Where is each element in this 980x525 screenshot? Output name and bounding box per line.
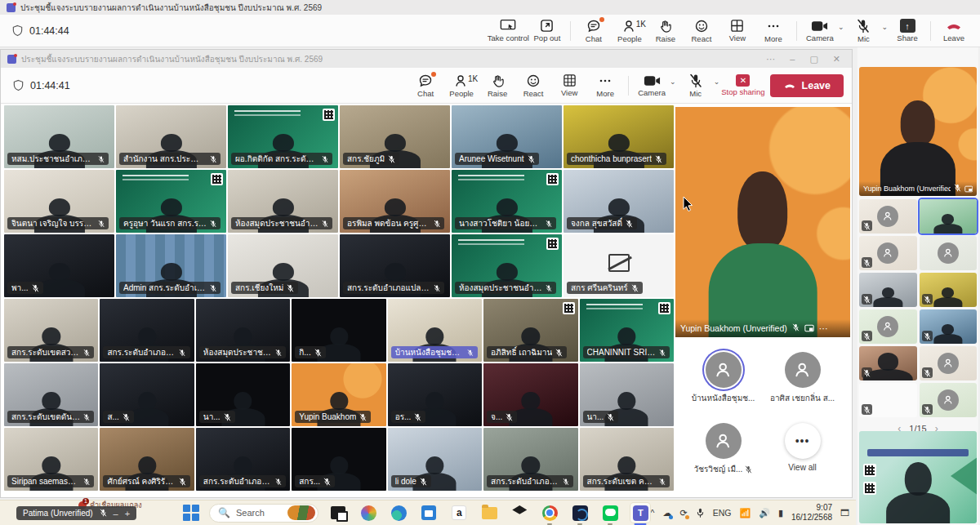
inner-titlebar[interactable]: ประชุมชี้แจงระบบรายงานผลการดำเนินงานบ้าน…: [1, 50, 852, 68]
sidebar-video-tile[interactable]: [920, 383, 978, 417]
edge-app-icon[interactable]: [389, 503, 408, 523]
task-view-button[interactable]: [328, 503, 348, 523]
people-button-outer[interactable]: 1K People: [612, 16, 648, 47]
volume-icon[interactable]: 🔊: [759, 508, 770, 518]
view-button-outer[interactable]: View: [719, 16, 755, 47]
sidebar-video-tile[interactable]: [920, 199, 978, 234]
video-tile[interactable]: Admin สกร.ระดับอำเภอ...: [116, 234, 226, 297]
dropbox-app-icon[interactable]: [510, 503, 529, 523]
camera-chevron-icon-inner[interactable]: ⌄: [670, 78, 676, 86]
wifi-icon[interactable]: 📶: [739, 508, 751, 518]
window-more-icon[interactable]: ⋯: [766, 54, 775, 65]
video-tile[interactable]: ห้องสมุดประชาชนอำเภอ...: [452, 234, 562, 297]
video-tile[interactable]: จงกล สุขสวัสดิ์: [564, 170, 674, 233]
video-tile[interactable]: chonthicha bunprasert: [564, 105, 674, 168]
store-app-icon[interactable]: [419, 503, 439, 523]
tile-more-icon[interactable]: ⋯: [819, 323, 829, 333]
avatar[interactable]: [706, 423, 742, 459]
view-button-inner[interactable]: View: [551, 70, 587, 101]
search-highlight-image[interactable]: [287, 505, 315, 520]
tray-mic-icon[interactable]: [696, 507, 705, 518]
tray-expand-icon[interactable]: ^: [650, 508, 654, 518]
media-app-icon[interactable]: [570, 503, 590, 523]
sidebar-main-video-tile[interactable]: Yupin Buakhom (Unverified): [859, 67, 977, 196]
camera-button-inner[interactable]: Camera: [634, 70, 670, 101]
line-app-icon[interactable]: [600, 503, 620, 523]
notification-icon[interactable]: 🗖: [840, 508, 849, 518]
video-tile[interactable]: สำนักงาน สกร.ประจำจั...: [116, 105, 226, 168]
chat-button-inner[interactable]: Chat: [408, 70, 443, 101]
raise-hand-button-inner[interactable]: Raise: [479, 70, 515, 101]
pop-out-button[interactable]: Pop out: [529, 16, 565, 47]
video-tile[interactable]: กิ...: [292, 299, 385, 362]
video-tile[interactable]: CHANINNIT SRIWI...: [580, 299, 674, 362]
video-tile[interactable]: ผอ.กิตติกัด สกร.ระดับอำ...: [228, 105, 338, 168]
video-tile[interactable]: จ...: [483, 363, 577, 426]
video-tile[interactable]: Siripan saemasae ...: [4, 428, 98, 491]
view-all-icon[interactable]: •••: [785, 423, 821, 459]
video-tile[interactable]: นา...: [196, 363, 290, 426]
video-tile[interactable]: สกร ศรีนครินทร์: [564, 234, 674, 297]
video-tile[interactable]: นางสาวโชติยา น้อยพิทัก...: [452, 170, 562, 233]
video-tile[interactable]: ครูอุษา วันแรก สกร.ระด...: [116, 170, 226, 233]
avatar[interactable]: [706, 352, 742, 388]
taskbar-search-input[interactable]: 🔍 Search: [209, 504, 318, 523]
video-tile[interactable]: ห้องสมุดประชาชนอ...: [196, 299, 290, 362]
chrome-app-icon[interactable]: [540, 503, 559, 523]
mic-button-outer[interactable]: Mic: [845, 16, 881, 47]
video-tile[interactable]: พา...: [4, 234, 114, 297]
video-tile[interactable]: ห้องสมุดประชาชนอำเภอ...: [228, 170, 338, 233]
taskbar-clock[interactable]: 9:07 16/12/2568: [791, 503, 832, 523]
video-tile[interactable]: บ้านหนังสือชุมชน สพร.: [388, 299, 482, 362]
video-tile[interactable]: Arunee Wisetnunt: [452, 105, 562, 168]
video-tile[interactable]: สกร.ระดับอำเภอเมือ...: [483, 428, 577, 491]
sidebar-video-tile[interactable]: [859, 309, 917, 344]
camera-button-outer[interactable]: Camera: [802, 16, 838, 47]
more-button-outer[interactable]: More: [755, 16, 791, 47]
floating-call-monitor[interactable]: Patima (Unverified) – +: [16, 506, 136, 520]
mic-button-inner[interactable]: Mic: [678, 70, 714, 101]
teams-app-taskbar-icon[interactable]: T: [630, 503, 650, 523]
avatar[interactable]: [785, 352, 821, 388]
onedrive-icon[interactable]: ☁: [662, 508, 671, 518]
sidebar-video-tile[interactable]: [859, 236, 917, 270]
sidebar-bottom-video-tile[interactable]: [859, 431, 977, 523]
video-tile[interactable]: สกร.ระดับอำเภอแปลงยาว: [340, 234, 450, 297]
video-tile[interactable]: สกร.ระดับอำเภอสัน...: [100, 299, 194, 362]
video-tile[interactable]: อร...: [388, 363, 482, 426]
sidebar-video-tile[interactable]: [920, 273, 978, 307]
video-tile[interactable]: จินตนา เจริญใจ บรรณา...: [4, 170, 114, 233]
copilot-app-icon[interactable]: [359, 503, 378, 523]
sidebar-video-tile[interactable]: [920, 236, 978, 270]
view-all-button[interactable]: •••View all: [763, 423, 842, 487]
sidebar-video-tile[interactable]: [859, 273, 917, 307]
video-tile[interactable]: สกร.ระดับเขตสวนห...: [4, 299, 98, 362]
video-tile[interactable]: สกร.ชัยภูมิ: [340, 105, 450, 168]
sidebar-video-tile[interactable]: [859, 383, 917, 417]
window-close-icon[interactable]: ✕: [833, 54, 840, 65]
stop-sharing-button[interactable]: ✕ Stop sharing: [721, 70, 764, 101]
sidebar-video-tile[interactable]: [920, 346, 978, 380]
mic-chevron-icon[interactable]: ⌄: [881, 23, 888, 31]
video-tile[interactable]: ศักย์ศรณ์ คงศิริรัตน์: [100, 428, 194, 491]
video-tile[interactable]: li dole: [388, 428, 482, 491]
take-control-button[interactable]: Take control: [488, 16, 529, 47]
leave-button-inner[interactable]: Leave: [770, 74, 844, 97]
file-explorer-icon[interactable]: [479, 503, 499, 523]
sidebar-video-tile[interactable]: [920, 309, 978, 344]
video-tile[interactable]: ส...: [100, 363, 194, 426]
window-minimize-icon[interactable]: –: [790, 54, 795, 64]
raise-hand-button-outer[interactable]: Raise: [648, 16, 684, 47]
react-button-outer[interactable]: React: [684, 16, 719, 47]
react-button-inner[interactable]: React: [515, 70, 551, 101]
video-tile[interactable]: นา...: [580, 363, 674, 426]
start-button[interactable]: [183, 504, 199, 522]
video-tile[interactable]: สกร.ระดับเขตดันนา...: [4, 363, 98, 426]
people-button-inner[interactable]: 1K People: [443, 70, 479, 101]
pip-icon[interactable]: [964, 185, 973, 193]
video-tile[interactable]: Yupin Buakhom: [292, 363, 385, 426]
chat-button-outer[interactable]: Chat: [576, 16, 612, 47]
video-tile[interactable]: สกร.ระดับเขต คลอง...: [580, 428, 674, 491]
pip-icon[interactable]: [804, 324, 814, 332]
overflow-participant[interactable]: บ้านหนังสือชุมช...: [684, 352, 763, 416]
